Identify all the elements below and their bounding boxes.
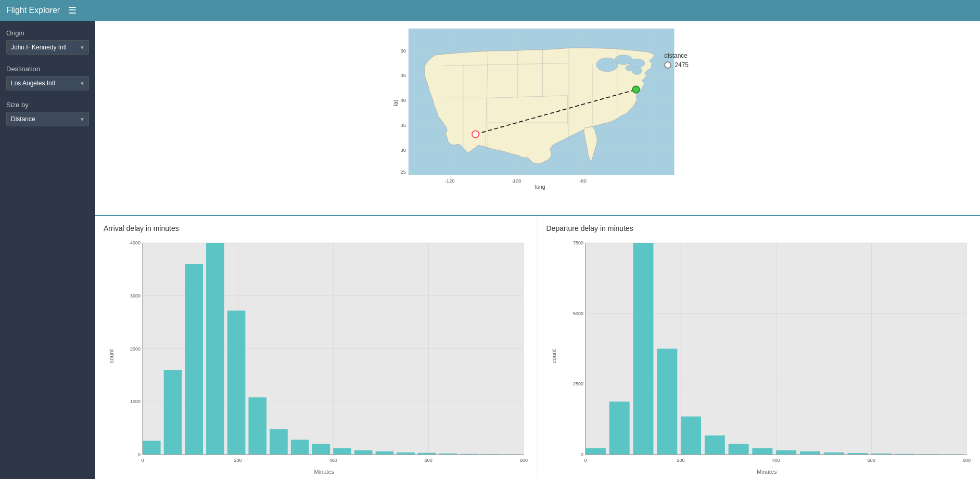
map-legend: distance 2475 (664, 52, 689, 69)
svg-rect-110 (776, 450, 796, 455)
svg-rect-63 (143, 441, 161, 455)
sidebar: Origin John F Kennedy Intl Los Angeles I… (0, 21, 95, 479)
size-by-control: Size by Distance Delay Duration (6, 101, 89, 126)
legend-item: 2475 (664, 61, 689, 69)
departure-chart-panel: Departure delay in minutes count 0250050… (538, 216, 981, 479)
svg-rect-67 (227, 310, 246, 455)
svg-text:0: 0 (584, 458, 587, 463)
svg-text:-100: -100 (511, 178, 521, 184)
svg-text:800: 800 (520, 458, 528, 463)
svg-text:400: 400 (772, 458, 780, 463)
app-body: Origin John F Kennedy Intl Los Angeles I… (0, 21, 980, 479)
svg-rect-73 (354, 450, 373, 455)
svg-text:25: 25 (400, 169, 406, 175)
legend-circle (664, 61, 671, 69)
arrival-y-label: count (108, 349, 114, 364)
svg-text:800: 800 (962, 458, 970, 463)
svg-rect-108 (728, 444, 748, 455)
svg-point-27 (626, 65, 633, 71)
origin-select[interactable]: John F Kennedy Intl Los Angeles Intl Chi… (6, 40, 89, 55)
svg-rect-104 (633, 243, 653, 455)
svg-rect-66 (206, 243, 224, 455)
svg-point-30 (632, 86, 639, 93)
svg-text:2000: 2000 (130, 346, 141, 352)
svg-rect-102 (586, 448, 606, 455)
origin-select-wrapper: John F Kennedy Intl Los Angeles Intl Chi… (6, 40, 89, 55)
svg-text:400: 400 (329, 458, 337, 463)
svg-text:7500: 7500 (572, 240, 583, 245)
svg-text:long: long (535, 184, 545, 190)
svg-rect-70 (291, 440, 309, 455)
legend-title: distance (664, 52, 689, 59)
svg-text:-120: -120 (445, 178, 455, 184)
origin-control: Origin John F Kennedy Intl Los Angeles I… (6, 29, 89, 55)
svg-rect-106 (681, 417, 701, 455)
app-title: Flight Explorer (6, 6, 60, 15)
svg-text:200: 200 (677, 458, 684, 463)
svg-rect-69 (270, 429, 288, 455)
arrival-chart-panel: Arrival delay in minutes count 010002000… (95, 216, 538, 479)
legend-value: 2475 (674, 61, 689, 69)
main-content: 50 45 40 35 30 25 -120 -100 -80 long lat (95, 21, 980, 479)
svg-text:50: 50 (400, 48, 406, 54)
svg-text:40: 40 (400, 97, 406, 103)
svg-rect-103 (609, 402, 629, 455)
svg-rect-105 (657, 349, 677, 455)
origin-label: Origin (6, 29, 89, 37)
map-container: 50 45 40 35 30 25 -120 -100 -80 long lat (387, 26, 689, 190)
svg-rect-71 (312, 444, 330, 455)
svg-text:1000: 1000 (130, 399, 141, 404)
destination-select-wrapper: Los Angeles Intl John F Kennedy Intl Chi… (6, 76, 89, 90)
svg-text:0: 0 (138, 452, 141, 457)
svg-rect-68 (248, 397, 266, 455)
svg-point-29 (472, 131, 479, 137)
svg-text:45: 45 (400, 72, 406, 78)
arrival-histogram: 010002000300040000200400600800 (119, 238, 529, 468)
svg-text:5000: 5000 (572, 311, 583, 316)
hamburger-icon[interactable]: ☰ (68, 5, 77, 16)
arrival-x-label: Minutes (119, 468, 529, 475)
svg-rect-74 (376, 451, 394, 455)
map-section: 50 45 40 35 30 25 -120 -100 -80 long lat (95, 21, 980, 216)
svg-text:2500: 2500 (572, 381, 583, 386)
svg-rect-112 (823, 452, 844, 455)
svg-text:0: 0 (580, 452, 583, 457)
charts-section: Arrival delay in minutes count 010002000… (95, 216, 980, 479)
departure-x-label: Minutes (562, 468, 972, 475)
svg-text:3000: 3000 (130, 293, 141, 299)
size-by-label: Size by (6, 101, 89, 109)
svg-text:30: 30 (400, 147, 406, 153)
svg-text:0: 0 (141, 458, 144, 463)
svg-text:200: 200 (234, 458, 242, 463)
size-by-select[interactable]: Distance Delay Duration (6, 112, 89, 126)
size-by-select-wrapper: Distance Delay Duration (6, 112, 89, 126)
svg-text:600: 600 (425, 458, 432, 463)
destination-control: Destination Los Angeles Intl John F Kenn… (6, 65, 89, 90)
svg-text:-80: -80 (579, 178, 587, 184)
arrival-chart-title: Arrival delay in minutes (104, 224, 529, 232)
svg-text:4000: 4000 (130, 240, 141, 245)
departure-histogram: 02500500075000200400600800 (562, 238, 972, 468)
svg-rect-72 (333, 448, 351, 455)
svg-rect-75 (397, 452, 415, 455)
svg-text:600: 600 (867, 458, 875, 463)
svg-text:35: 35 (400, 122, 406, 128)
svg-text:lat: lat (392, 100, 399, 106)
departure-chart-title: Departure delay in minutes (546, 224, 972, 232)
arrival-chart-area: 010002000300040000200400600800 (119, 238, 529, 468)
svg-rect-111 (800, 451, 820, 455)
departure-y-label: count (551, 349, 557, 364)
svg-rect-107 (704, 435, 724, 455)
svg-rect-109 (752, 448, 772, 455)
destination-select[interactable]: Los Angeles Intl John F Kennedy Intl Chi… (6, 76, 89, 90)
map-svg: 50 45 40 35 30 25 -120 -100 -80 long lat (387, 26, 689, 190)
svg-rect-65 (185, 264, 203, 455)
app-header: Flight Explorer ☰ (0, 0, 980, 21)
svg-rect-64 (164, 370, 182, 455)
destination-label: Destination (6, 65, 89, 73)
departure-chart-area: 02500500075000200400600800 (562, 238, 972, 468)
